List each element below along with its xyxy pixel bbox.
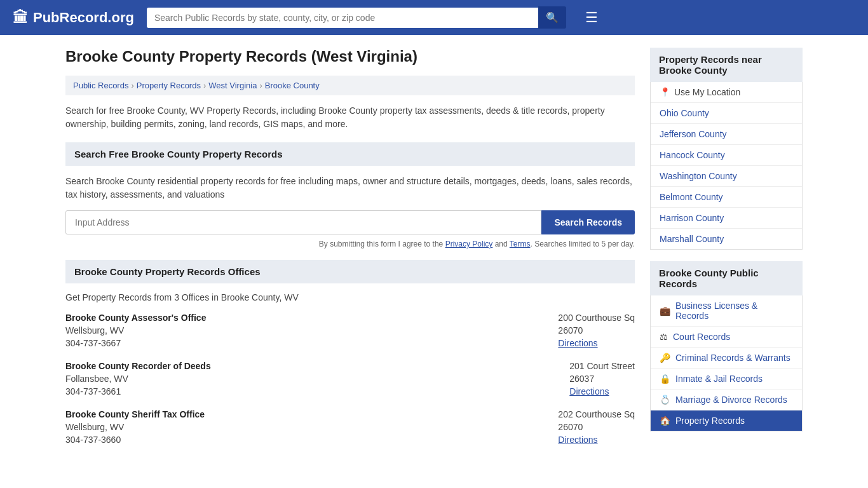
- office-zip-3: 26070: [558, 422, 635, 432]
- office-address-2: 201 Court Street: [569, 361, 635, 371]
- marriage-records-link[interactable]: Marriage & Divorce Records: [675, 395, 787, 405]
- sidebar-item-jefferson-county[interactable]: Jefferson County: [651, 124, 802, 145]
- and-text: and: [492, 240, 509, 248]
- sidebar-item-court-records[interactable]: ⚖ Court Records: [651, 327, 802, 348]
- sidebar-item-business-licenses[interactable]: 💼 Business Licenses & Records: [651, 295, 802, 327]
- criminal-icon: 🔑: [660, 353, 670, 363]
- office-zip-2: 26037: [569, 374, 635, 384]
- office-entry-1: Brooke County Assessor's Office Wellsbur…: [65, 313, 635, 348]
- breadcrumb-property-records[interactable]: Property Records: [137, 81, 201, 90]
- directions-link-1[interactable]: Directions: [558, 338, 597, 348]
- breadcrumb-sep-3: ›: [259, 81, 262, 90]
- business-icon: 💼: [660, 306, 670, 316]
- office-entry-3: Brooke County Sheriff Tax Office Wellsbu…: [65, 409, 635, 445]
- sidebar-item-criminal-records[interactable]: 🔑 Criminal Records & Warrants: [651, 348, 802, 369]
- breadcrumb-west-virginia[interactable]: West Virginia: [208, 81, 257, 90]
- inmate-records-link[interactable]: Inmate & Jail Records: [675, 374, 763, 384]
- office-left-1: Brooke County Assessor's Office Wellsbur…: [65, 313, 206, 348]
- court-records-link[interactable]: Court Records: [673, 332, 730, 342]
- sidebar-item-hancock-county[interactable]: Hancock County: [651, 145, 802, 166]
- office-address-1: 200 Courthouse Sq: [558, 313, 635, 323]
- form-disclaimer: By submitting this form I agree to the P…: [65, 240, 635, 248]
- office-address-3: 202 Courthouse Sq: [558, 409, 635, 419]
- inmate-icon: 🔒: [660, 374, 670, 384]
- office-name-3: Brooke County Sheriff Tax Office: [65, 409, 205, 419]
- office-name-2: Brooke County Recorder of Deeds: [65, 361, 211, 371]
- header-search-input[interactable]: [147, 8, 538, 28]
- business-licenses-link[interactable]: Business Licenses & Records: [675, 301, 793, 321]
- logo-text: PubRecord.org: [33, 10, 134, 26]
- directions-link-2[interactable]: Directions: [569, 386, 609, 396]
- logo-icon: 🏛: [13, 9, 28, 27]
- sidebar-item-marriage-records[interactable]: 💍 Marriage & Divorce Records: [651, 390, 802, 410]
- office-right-2: 201 Court Street 26037 Directions: [569, 361, 635, 396]
- terms-link[interactable]: Terms: [510, 240, 531, 248]
- public-records-list: 💼 Business Licenses & Records ⚖ Court Re…: [650, 295, 803, 431]
- sidebar-use-location[interactable]: 📍 Use My Location: [651, 82, 802, 103]
- privacy-policy-link[interactable]: Privacy Policy: [445, 240, 493, 248]
- jefferson-county-link[interactable]: Jefferson County: [660, 129, 727, 139]
- search-section-header: Search Free Brooke County Property Recor…: [65, 142, 635, 166]
- office-zip-1: 26070: [558, 325, 635, 336]
- search-icon: 🔍: [546, 12, 559, 23]
- office-entry-2: Brooke County Recorder of Deeds Follansb…: [65, 361, 635, 396]
- sidebar-item-washington-county[interactable]: Washington County: [651, 166, 802, 187]
- office-city-2: Follansbee, WV: [65, 374, 211, 384]
- search-section-description: Search Brooke County residential propert…: [65, 175, 635, 201]
- belmont-county-link[interactable]: Belmont County: [660, 192, 723, 202]
- directions-link-3[interactable]: Directions: [558, 435, 597, 445]
- site-header: 🏛 PubRecord.org 🔍 ☰: [0, 0, 868, 35]
- office-phone-2: 304-737-3661: [65, 386, 211, 396]
- sidebar-item-inmate-records[interactable]: 🔒 Inmate & Jail Records: [651, 369, 802, 390]
- marshall-county-link[interactable]: Marshall County: [660, 234, 724, 244]
- public-records-header: Brooke County Public Records: [650, 261, 803, 295]
- main-content: Brooke County Property Records (West Vir…: [65, 48, 635, 458]
- header-search-button[interactable]: 🔍: [538, 6, 566, 29]
- office-city-1: Wellsburg, WV: [65, 325, 206, 336]
- page-title: Brooke County Property Records (West Vir…: [65, 48, 635, 65]
- sidebar-item-harrison-county[interactable]: Harrison County: [651, 208, 802, 229]
- office-left-3: Brooke County Sheriff Tax Office Wellsbu…: [65, 409, 205, 445]
- office-city-3: Wellsburg, WV: [65, 422, 205, 432]
- ohio-county-link[interactable]: Ohio County: [660, 108, 709, 118]
- offices-description: Get Property Records from 3 Offices in B…: [65, 292, 635, 302]
- breadcrumb-brooke-county[interactable]: Brooke County: [265, 81, 320, 90]
- office-right-3: 202 Courthouse Sq 26070 Directions: [558, 409, 635, 445]
- nearby-counties-header: Property Records near Brooke County: [650, 48, 803, 82]
- office-left-2: Brooke County Recorder of Deeds Follansb…: [65, 361, 211, 396]
- marriage-icon: 💍: [660, 395, 670, 405]
- location-icon: 📍: [660, 87, 670, 97]
- site-logo[interactable]: 🏛 PubRecord.org: [13, 9, 134, 27]
- sidebar-item-property-records[interactable]: 🏠 Property Records: [651, 410, 802, 431]
- search-records-button[interactable]: Search Records: [541, 210, 635, 234]
- breadcrumb-public-records[interactable]: Public Records: [73, 81, 128, 90]
- breadcrumb: Public Records › Property Records › West…: [65, 76, 635, 95]
- court-icon: ⚖: [660, 332, 668, 342]
- sidebar-item-ohio-county[interactable]: Ohio County: [651, 103, 802, 124]
- search-form: Search Records: [65, 210, 635, 234]
- sidebar-item-belmont-county[interactable]: Belmont County: [651, 187, 802, 208]
- disclaimer-text: By submitting this form I agree to the: [319, 240, 445, 248]
- offices-section-header: Brooke County Property Records Offices: [65, 260, 635, 283]
- office-name-1: Brooke County Assessor's Office: [65, 313, 206, 323]
- limit-text: . Searches limited to 5 per day.: [530, 240, 635, 248]
- hancock-county-link[interactable]: Hancock County: [660, 150, 725, 160]
- menu-button[interactable]: ☰: [585, 10, 598, 26]
- harrison-county-link[interactable]: Harrison County: [660, 213, 724, 223]
- washington-county-link[interactable]: Washington County: [660, 171, 737, 181]
- criminal-records-link[interactable]: Criminal Records & Warrants: [675, 353, 790, 363]
- search-address-input[interactable]: [65, 210, 541, 234]
- header-search-wrap: 🔍: [147, 6, 566, 29]
- public-records-box: Brooke County Public Records 💼 Business …: [650, 261, 803, 431]
- page-description: Search for free Brooke County, WV Proper…: [65, 104, 635, 131]
- sidebar: Property Records near Brooke County 📍 Us…: [650, 48, 803, 458]
- nearby-counties-box: Property Records near Brooke County 📍 Us…: [650, 48, 803, 250]
- page-container: Brooke County Property Records (West Vir…: [53, 35, 815, 470]
- office-phone-3: 304-737-3660: [65, 435, 205, 445]
- property-records-link[interactable]: Property Records: [675, 416, 745, 426]
- breadcrumb-sep-1: ›: [131, 81, 133, 90]
- nearby-counties-list: 📍 Use My Location Ohio County Jefferson …: [650, 82, 803, 250]
- sidebar-item-marshall-county[interactable]: Marshall County: [651, 229, 802, 249]
- use-location-label: Use My Location: [674, 87, 740, 97]
- hamburger-icon: ☰: [585, 10, 598, 25]
